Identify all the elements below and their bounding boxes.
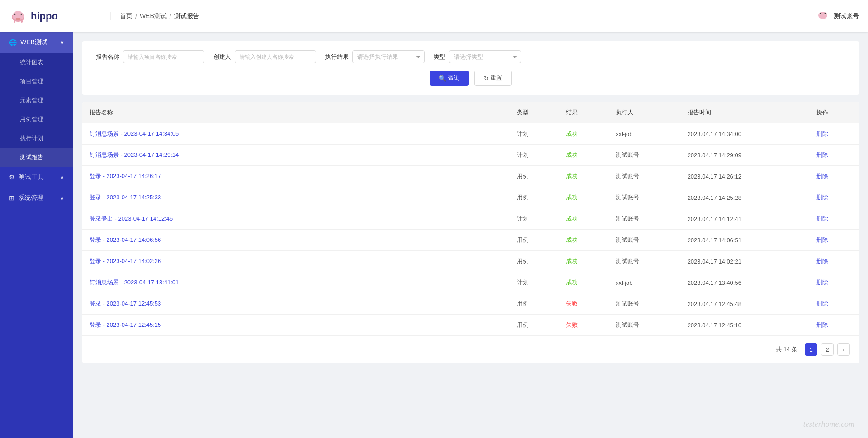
sidebar-section-web-test: 🌐 WEB测试 ∧ 统计图表 项目管理 元素管理 用例管理 执行计划 测试报告 [0,32,73,167]
sidebar-test-tools-label: 测试工具 [19,173,44,181]
cell-result-1: 成功 [559,145,609,166]
cell-executor-7: xxl-job [609,272,680,293]
delete-link-3[interactable]: 删除 [816,194,828,201]
main-content: 报告名称 创建人 执行结果 请选择执行结果 成功 失败 类型 [73,32,868,438]
cell-action-2: 删除 [809,166,859,187]
cell-report-time-6: 2023.04.17 14:02:21 [680,251,810,272]
cell-action-7: 删除 [809,272,859,293]
svg-point-6 [15,18,21,20]
reset-icon: ↻ [484,75,489,82]
col-result: 结果 [559,102,609,123]
exec-result-label: 执行结果 [325,53,349,61]
report-name-link-7[interactable]: 钉消息场景 - 2023-04-17 13:41:01 [90,279,179,286]
report-name-link-0[interactable]: 钉消息场景 - 2023-04-17 14:34:05 [90,130,179,137]
page-next-btn[interactable]: › [837,343,850,356]
report-name-link-3[interactable]: 登录 - 2023-04-17 14:25:33 [90,194,161,201]
report-name-link-5[interactable]: 登录 - 2023-04-17 14:06:56 [90,236,161,243]
table-row: 登录 - 2023-04-17 14:02:26 用例 成功 测试账号 2023… [82,251,859,272]
page-btn-1[interactable]: 1 [805,343,817,356]
chevron-sys-mgmt-icon: ∨ [60,195,64,201]
delete-link-6[interactable]: 删除 [816,258,828,264]
sidebar-item-web-test-inner: 🌐 WEB测试 [9,38,47,47]
cell-report-time-4: 2023.04.17 14:12:41 [680,208,810,230]
cell-result-3: 成功 [559,187,609,208]
user-name[interactable]: 测试账号 [834,12,859,20]
cell-report-time-9: 2023.04.17 12:45:10 [680,315,810,336]
report-name-link-1[interactable]: 钉消息场景 - 2023-04-17 14:29:14 [90,151,179,158]
cell-report-time-7: 2023.04.17 13:40:56 [680,272,810,293]
tools-icon: ⚙ [9,174,15,181]
cell-report-name-7: 钉消息场景 - 2023-04-17 13:41:01 [82,272,509,293]
sidebar-item-exec-plan[interactable]: 执行计划 [0,129,73,148]
delete-link-7[interactable]: 删除 [816,279,828,286]
cell-report-name-3: 登录 - 2023-04-17 14:25:33 [82,187,509,208]
logo-text: hippo [31,10,58,22]
layout: 🌐 WEB测试 ∧ 统计图表 项目管理 元素管理 用例管理 执行计划 测试报告 … [0,32,868,438]
col-report-time: 报告时间 [680,102,810,123]
report-name-link-8[interactable]: 登录 - 2023-04-17 12:45:53 [90,300,161,307]
cell-report-name-6: 登录 - 2023-04-17 14:02:26 [82,251,509,272]
exec-result-select[interactable]: 请选择执行结果 成功 失败 [352,50,425,63]
cell-report-time-5: 2023.04.17 14:06:51 [680,230,810,251]
sidebar-item-web-test[interactable]: 🌐 WEB测试 ∧ [0,32,73,53]
reset-btn-label: 重置 [491,74,502,82]
sidebar-item-test-report[interactable]: 测试报告 [0,148,73,167]
report-name-input[interactable] [123,50,204,63]
delete-link-2[interactable]: 删除 [816,173,828,179]
delete-link-9[interactable]: 删除 [816,321,828,328]
col-executor: 执行人 [609,102,680,123]
header-right: 测试账号 [816,9,859,24]
delete-link-8[interactable]: 删除 [816,300,828,307]
cell-report-time-2: 2023.04.17 14:26:12 [680,166,810,187]
sidebar-item-sys-mgmt[interactable]: ⊞ 系统管理 ∨ [0,188,73,208]
sidebar-item-case-mgmt[interactable]: 用例管理 [0,110,73,129]
cell-type-4: 计划 [509,208,559,230]
chevron-web-test-icon: ∧ [60,39,64,46]
report-name-link-6[interactable]: 登录 - 2023-04-17 14:02:26 [90,258,161,264]
reset-button[interactable]: ↻ 重置 [474,71,512,86]
cell-type-1: 计划 [509,145,559,166]
cell-type-6: 用例 [509,251,559,272]
cell-type-7: 计划 [509,272,559,293]
col-type: 类型 [509,102,559,123]
sidebar: 🌐 WEB测试 ∧ 统计图表 项目管理 元素管理 用例管理 执行计划 测试报告 … [0,32,73,438]
cell-report-name-0: 钉消息场景 - 2023-04-17 14:34:05 [82,123,509,145]
query-button[interactable]: 🔍 查询 [430,71,469,86]
sidebar-item-test-tools[interactable]: ⚙ 测试工具 ∨ [0,167,73,188]
filter-group-type: 类型 请选择类型 计划 用例 [434,50,521,63]
cell-result-0: 成功 [559,123,609,145]
sidebar-item-stats-chart[interactable]: 统计图表 [0,53,73,72]
svg-point-13 [820,13,821,14]
type-select[interactable]: 请选择类型 计划 用例 [449,50,521,63]
table-header-row: 报告名称 类型 结果 执行人 报告时间 操作 [82,102,859,123]
type-label: 类型 [434,53,445,61]
cell-executor-4: 测试账号 [609,208,680,230]
creator-label: 创建人 [213,53,231,61]
sidebar-sub-web-test: 统计图表 项目管理 元素管理 用例管理 执行计划 测试报告 [0,53,73,167]
table-row: 登录 - 2023-04-17 14:25:33 用例 成功 测试账号 2023… [82,187,859,208]
cell-report-name-1: 钉消息场景 - 2023-04-17 14:29:14 [82,145,509,166]
breadcrumb-home[interactable]: 首页 [120,12,132,20]
chevron-test-tools-icon: ∨ [60,174,64,180]
cell-report-name-5: 登录 - 2023-04-17 14:06:56 [82,230,509,251]
col-report-name: 报告名称 [82,102,509,123]
delete-link-1[interactable]: 删除 [816,151,828,158]
sidebar-item-project-mgmt[interactable]: 项目管理 [0,72,73,91]
cell-executor-9: 测试账号 [609,315,680,336]
svg-rect-8 [21,20,23,23]
delete-link-5[interactable]: 删除 [816,236,828,243]
breadcrumb-section[interactable]: WEB测试 [140,12,167,20]
delete-link-0[interactable]: 删除 [816,130,828,137]
delete-link-4[interactable]: 删除 [816,215,828,222]
sidebar-item-element-mgmt[interactable]: 元素管理 [0,91,73,110]
creator-input[interactable] [235,50,316,63]
grid-icon: ⊞ [9,194,14,202]
page-btn-2[interactable]: 2 [821,343,834,356]
cell-result-9: 失败 [559,315,609,336]
logo-area: hippo [9,7,100,25]
report-name-link-4[interactable]: 登录登出 - 2023-04-17 14:12:46 [90,215,173,222]
report-name-link-9[interactable]: 登录 - 2023-04-17 12:45:15 [90,321,161,328]
pagination: 共 14 条 1 2 › [82,336,859,363]
header: hippo 首页 / WEB测试 / 测试报告 测试账号 [0,0,868,32]
report-name-link-2[interactable]: 登录 - 2023-04-17 14:26:17 [90,173,161,179]
